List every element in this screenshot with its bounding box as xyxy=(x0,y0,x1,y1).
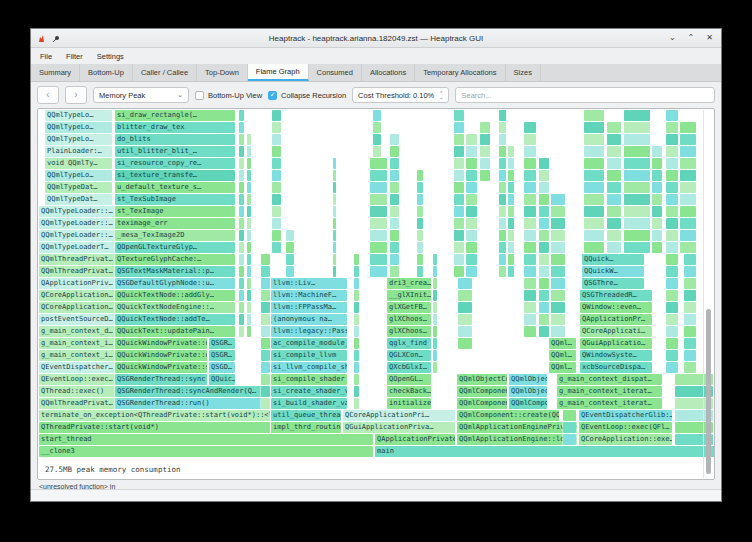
flame-segment[interactable] xyxy=(680,230,696,241)
flame-segment[interactable] xyxy=(666,158,678,169)
flame-segment[interactable] xyxy=(354,398,359,409)
flame-segment[interactable] xyxy=(333,182,336,193)
flame-segment[interactable] xyxy=(666,326,678,337)
flame-segment[interactable] xyxy=(499,266,506,277)
flame-segment[interactable] xyxy=(539,182,549,193)
flame-segment[interactable]: QQuic… xyxy=(209,374,235,385)
flame-segment[interactable] xyxy=(524,254,536,265)
flame-segment[interactable] xyxy=(666,254,678,265)
search-box[interactable] xyxy=(455,87,715,103)
flame-segment[interactable] xyxy=(286,254,294,265)
flame-segment[interactable]: QEventDispatcherGlib:… xyxy=(579,410,672,421)
flame-segment[interactable]: si_llvm_compile_shad xyxy=(271,362,347,373)
flame-segment[interactable] xyxy=(466,206,477,217)
flame-segment[interactable]: QQmlThreadPrivat… xyxy=(39,266,115,277)
flame-segment[interactable]: QQmlTypeLoader::… xyxy=(39,206,115,217)
flame-segment[interactable] xyxy=(390,134,399,145)
flame-segment[interactable] xyxy=(247,170,251,181)
flame-segment[interactable]: QXcbGlxI… xyxy=(387,362,431,373)
flame-segment[interactable] xyxy=(370,266,387,277)
collapse-recursion-checkbox[interactable]: ✓ Collapse Recursion xyxy=(268,91,346,100)
flame-segment[interactable] xyxy=(539,326,549,337)
flame-segment[interactable]: g_main_context_iterat… xyxy=(557,398,662,409)
flame-segment[interactable]: si_texture_transfe… xyxy=(115,170,235,181)
flame-segment[interactable]: u_default_texture_s… xyxy=(115,182,235,193)
flame-segment[interactable] xyxy=(466,230,477,241)
flame-segment[interactable] xyxy=(684,266,696,277)
flame-segment[interactable] xyxy=(239,266,244,277)
flame-segment[interactable]: QSGR… xyxy=(209,338,235,349)
flame-segment[interactable] xyxy=(508,266,514,277)
flame-segment[interactable] xyxy=(563,410,576,421)
flame-segment[interactable] xyxy=(454,266,464,277)
flame-segment[interactable]: QEventDispatcher… xyxy=(39,362,115,373)
flame-segment[interactable] xyxy=(272,170,281,181)
flame-segment[interactable] xyxy=(499,110,506,121)
flame-segment[interactable] xyxy=(524,158,536,169)
flame-segment[interactable] xyxy=(370,218,387,229)
window-control-button[interactable]: ✕ xyxy=(706,30,713,46)
flame-segment[interactable]: g_main_context_i… xyxy=(39,338,115,349)
flame-segment[interactable] xyxy=(499,146,506,157)
flame-segment[interactable]: QQuickW… xyxy=(582,266,644,277)
flame-segment[interactable] xyxy=(584,218,604,229)
flame-segment[interactable] xyxy=(524,206,536,217)
tab-flame-graph[interactable]: Flame Graph xyxy=(248,64,309,81)
flame-segment[interactable] xyxy=(247,134,251,145)
flame-segment[interactable] xyxy=(680,122,696,133)
flame-segment[interactable] xyxy=(666,314,678,325)
flame-segment[interactable] xyxy=(261,374,270,385)
flame-segment[interactable]: terminate_on_exception<QThreadPrivate::s… xyxy=(39,410,270,421)
flame-segment[interactable] xyxy=(666,362,678,373)
tab-bottom-up[interactable]: Bottom-Up xyxy=(80,64,133,81)
flame-segment[interactable]: QQmlTypeLo… xyxy=(45,110,112,121)
flame-segment[interactable]: QQmlObject… xyxy=(509,374,547,385)
flame-segment[interactable] xyxy=(272,194,281,205)
flame-segment[interactable]: g_main_context_d… xyxy=(39,326,115,337)
flame-segment[interactable] xyxy=(508,146,514,157)
flame-segment[interactable]: QWindowSyste… xyxy=(580,350,652,361)
flame-segment[interactable] xyxy=(454,110,464,121)
flame-segment[interactable]: glXChoos… xyxy=(387,314,431,325)
flame-segment[interactable] xyxy=(333,266,336,277)
flame-segment[interactable] xyxy=(539,302,549,313)
flame-segment[interactable] xyxy=(524,230,536,241)
flame-segment[interactable] xyxy=(607,182,621,193)
flame-segment[interactable]: QQmlThreadPrivat… xyxy=(39,398,115,409)
flame-segment[interactable]: glXChoos… xyxy=(387,326,431,337)
flame-segment[interactable]: QGuiApplicatio… xyxy=(580,338,652,349)
tab-consumed[interactable]: Consumed xyxy=(309,64,362,81)
flame-segment[interactable] xyxy=(499,230,506,241)
flame-segment[interactable] xyxy=(466,182,477,193)
flame-segment[interactable] xyxy=(480,158,490,169)
flame-segment[interactable]: QQmlTypeLo… xyxy=(45,134,112,145)
flame-segment[interactable] xyxy=(261,278,270,289)
flame-segment[interactable] xyxy=(524,314,536,325)
flame-segment[interactable] xyxy=(370,158,387,169)
scrollbar-thumb[interactable] xyxy=(706,309,711,475)
flame-segment[interactable]: __glXInit… xyxy=(387,290,431,301)
flame-segment[interactable] xyxy=(454,158,464,169)
flame-segment[interactable] xyxy=(239,146,244,157)
flame-segment[interactable] xyxy=(480,134,490,145)
flame-segment[interactable] xyxy=(666,206,678,217)
flame-segment[interactable]: QCoreApplication… xyxy=(39,290,115,301)
flame-segment[interactable]: QQmlObjectCreato… xyxy=(457,374,507,385)
flame-segment[interactable] xyxy=(239,302,244,313)
flame-segment[interactable] xyxy=(272,242,281,253)
flame-segment[interactable] xyxy=(607,194,621,205)
flame-segment[interactable] xyxy=(272,158,281,169)
flame-segment[interactable] xyxy=(417,242,423,253)
flame-segment[interactable]: QThread::exec() xyxy=(39,386,115,397)
flame-segment[interactable] xyxy=(684,326,696,337)
flame-segment[interactable] xyxy=(239,254,244,265)
flame-segment[interactable] xyxy=(261,386,270,397)
flame-segment[interactable] xyxy=(584,206,604,217)
flame-segment[interactable] xyxy=(684,290,696,301)
flame-segment[interactable] xyxy=(539,230,549,241)
flame-segment[interactable] xyxy=(433,350,437,361)
flame-segment[interactable] xyxy=(684,302,696,313)
flame-segment[interactable] xyxy=(390,206,399,217)
flame-segment[interactable] xyxy=(272,230,281,241)
flame-segment[interactable] xyxy=(684,338,696,349)
